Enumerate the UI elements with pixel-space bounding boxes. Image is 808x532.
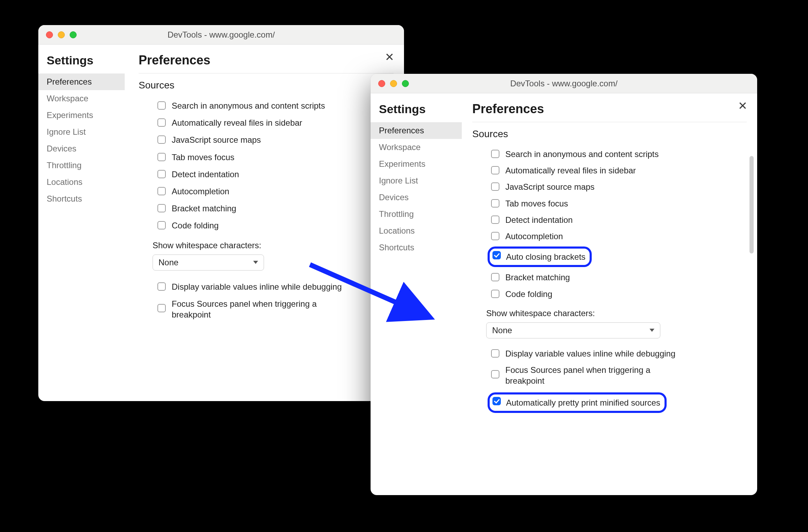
close-window-icon[interactable] <box>378 80 385 87</box>
sidebar-item-shortcuts[interactable]: Shortcuts <box>38 190 125 207</box>
option-search-anon[interactable]: Search in anonymous and content scripts <box>156 97 394 114</box>
option-bracket-matching[interactable]: Bracket matching <box>490 269 747 285</box>
option-label: Code folding <box>505 289 552 299</box>
sidebar-item-throttling[interactable]: Throttling <box>38 157 125 174</box>
option-label: Bracket matching <box>505 272 570 283</box>
checkbox[interactable] <box>491 349 499 358</box>
option-label: Search in anonymous and content scripts <box>172 100 325 111</box>
option-autocompletion[interactable]: Autocompletion <box>490 228 747 244</box>
option-tab-moves-focus[interactable]: Tab moves focus <box>490 195 747 212</box>
option-code-folding[interactable]: Code folding <box>490 286 747 302</box>
checkbox[interactable] <box>157 170 166 178</box>
option-label: Automatically reveal files in sidebar <box>172 117 302 128</box>
minimize-window-icon[interactable] <box>58 31 65 38</box>
sidebar-item-devices[interactable]: Devices <box>38 140 125 157</box>
option-detect-indent[interactable]: Detect indentation <box>490 212 747 228</box>
whitespace-select[interactable]: None <box>153 255 264 271</box>
divider <box>472 122 747 122</box>
sidebar-item-devices[interactable]: Devices <box>371 189 462 206</box>
checkbox[interactable] <box>157 282 166 291</box>
sidebar-item-shortcuts[interactable]: Shortcuts <box>371 239 462 256</box>
option-auto-closing-brackets[interactable]: Auto closing brackets <box>488 247 747 267</box>
option-js-sourcemaps[interactable]: JavaScript source maps <box>490 179 747 195</box>
whitespace-label: Show whitespace characters: <box>153 241 394 250</box>
sidebar-item-preferences[interactable]: Preferences <box>371 122 462 139</box>
sidebar-item-throttling[interactable]: Throttling <box>371 206 462 222</box>
checkbox[interactable] <box>157 153 166 161</box>
minimize-window-icon[interactable] <box>390 80 397 87</box>
checkbox[interactable] <box>157 204 166 212</box>
option-label: Detect indentation <box>172 169 239 180</box>
maximize-window-icon[interactable] <box>70 31 77 38</box>
option-search-anon[interactable]: Search in anonymous and content scripts <box>490 146 747 162</box>
divider <box>139 73 394 73</box>
option-label: Automatically pretty print minified sour… <box>506 395 661 410</box>
checkbox[interactable] <box>491 182 499 191</box>
sidebar-item-workspace[interactable]: Workspace <box>38 90 125 107</box>
option-tab-moves-focus[interactable]: Tab moves focus <box>156 149 394 166</box>
option-label: Display variable values inline while deb… <box>505 348 675 359</box>
panel-heading: Preferences <box>472 102 747 116</box>
option-focus-sources[interactable]: Focus Sources panel when triggering a br… <box>156 295 394 323</box>
settings-heading: Settings <box>379 102 462 116</box>
titlebar[interactable]: DevTools - www.google.com/ <box>371 74 757 93</box>
checkbox[interactable] <box>491 150 499 158</box>
window-title: DevTools - www.google.com/ <box>38 30 404 40</box>
sidebar-item-locations[interactable]: Locations <box>371 222 462 239</box>
settings-heading: Settings <box>47 54 125 67</box>
option-label: Tab moves focus <box>172 152 234 163</box>
option-label: Automatically reveal files in sidebar <box>505 165 636 176</box>
sidebar-item-ignore-list[interactable]: Ignore List <box>38 124 125 140</box>
highlight-box: Automatically pretty print minified sour… <box>488 392 667 413</box>
sidebar-item-experiments[interactable]: Experiments <box>38 107 125 124</box>
window-title: DevTools - www.google.com/ <box>371 79 757 88</box>
sidebar-item-preferences[interactable]: Preferences <box>38 73 125 90</box>
checkbox[interactable] <box>491 199 499 208</box>
option-label: JavaScript source maps <box>172 134 261 145</box>
preferences-panel: Preferences Sources Search in anonymous … <box>462 93 757 495</box>
titlebar[interactable]: DevTools - www.google.com/ <box>38 25 404 45</box>
option-label: Bracket matching <box>172 203 236 214</box>
option-label: Tab moves focus <box>505 198 568 209</box>
checkbox[interactable] <box>492 397 501 405</box>
checkbox[interactable] <box>157 101 166 110</box>
checkbox[interactable] <box>157 304 166 312</box>
sidebar-item-experiments[interactable]: Experiments <box>371 156 462 172</box>
option-autocompletion[interactable]: Autocompletion <box>156 183 394 200</box>
option-label: Autocompletion <box>172 186 229 197</box>
close-window-icon[interactable] <box>46 31 53 38</box>
option-code-folding[interactable]: Code folding <box>156 217 394 234</box>
option-label: Code folding <box>172 220 219 231</box>
checkbox[interactable] <box>492 251 501 259</box>
sidebar-item-workspace[interactable]: Workspace <box>371 139 462 156</box>
option-focus-sources[interactable]: Focus Sources panel when triggering a br… <box>490 362 747 389</box>
option-reveal-files[interactable]: Automatically reveal files in sidebar <box>490 162 747 179</box>
checkbox[interactable] <box>157 118 166 127</box>
option-reveal-files[interactable]: Automatically reveal files in sidebar <box>156 114 394 131</box>
whitespace-select[interactable]: None <box>486 322 660 338</box>
checkbox[interactable] <box>157 135 166 144</box>
option-label: Detect indentation <box>505 214 573 225</box>
settings-sidebar: Settings Preferences Workspace Experimen… <box>371 93 462 495</box>
checkbox[interactable] <box>491 232 499 240</box>
checkbox[interactable] <box>491 290 499 298</box>
checkbox[interactable] <box>157 221 166 229</box>
option-inline-values[interactable]: Display variable values inline while deb… <box>156 278 394 295</box>
option-label: Auto closing brackets <box>506 249 586 264</box>
traffic-lights <box>371 80 409 87</box>
checkbox[interactable] <box>491 216 499 224</box>
option-js-sourcemaps[interactable]: JavaScript source maps <box>156 131 394 148</box>
option-label: Focus Sources panel when triggering a br… <box>172 298 353 320</box>
option-auto-pretty-print[interactable]: Automatically pretty print minified sour… <box>488 392 747 413</box>
option-detect-indent[interactable]: Detect indentation <box>156 166 394 183</box>
option-label: Autocompletion <box>505 231 563 242</box>
sidebar-item-ignore-list[interactable]: Ignore List <box>371 172 462 189</box>
option-inline-values[interactable]: Display variable values inline while deb… <box>490 345 747 362</box>
maximize-window-icon[interactable] <box>402 80 409 87</box>
option-bracket-matching[interactable]: Bracket matching <box>156 200 394 217</box>
checkbox[interactable] <box>491 273 499 281</box>
sidebar-item-locations[interactable]: Locations <box>38 174 125 190</box>
checkbox[interactable] <box>491 370 499 378</box>
checkbox[interactable] <box>491 166 499 174</box>
checkbox[interactable] <box>157 187 166 195</box>
